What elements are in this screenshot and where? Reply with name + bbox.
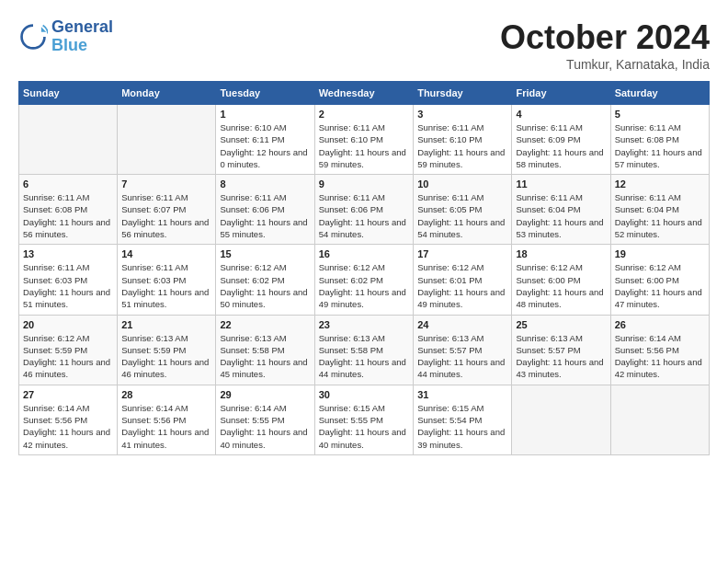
day-number: 11 — [516, 178, 606, 190]
calendar-cell: 21Sunrise: 6:13 AMSunset: 5:59 PMDayligh… — [118, 315, 216, 385]
day-number: 29 — [220, 389, 310, 400]
calendar-week-row: 20Sunrise: 6:12 AMSunset: 5:59 PMDayligh… — [19, 315, 710, 385]
calendar-cell: 10Sunrise: 6:11 AMSunset: 6:05 PMDayligh… — [414, 175, 512, 245]
calendar-cell: 12Sunrise: 6:11 AMSunset: 6:04 PMDayligh… — [610, 175, 709, 245]
header-sunday: Sunday — [19, 82, 118, 105]
calendar-cell: 2Sunrise: 6:11 AMSunset: 6:10 PMDaylight… — [314, 105, 413, 175]
title-block: October 2024 Tumkur, Karnataka, India — [500, 18, 710, 72]
day-info: Sunrise: 6:11 AMSunset: 6:05 PMDaylight:… — [417, 191, 507, 240]
calendar-cell: 17Sunrise: 6:12 AMSunset: 6:01 PMDayligh… — [414, 245, 512, 315]
day-number: 25 — [516, 319, 606, 330]
location-subtitle: Tumkur, Karnataka, India — [500, 57, 710, 72]
calendar-cell: 30Sunrise: 6:15 AMSunset: 5:55 PMDayligh… — [314, 385, 413, 454]
calendar-cell: 24Sunrise: 6:13 AMSunset: 5:57 PMDayligh… — [414, 315, 512, 385]
calendar-cell: 23Sunrise: 6:13 AMSunset: 5:58 PMDayligh… — [314, 315, 413, 385]
day-number: 15 — [220, 248, 310, 259]
calendar-cell: 19Sunrise: 6:12 AMSunset: 6:00 PMDayligh… — [610, 245, 709, 315]
day-info: Sunrise: 6:10 AMSunset: 6:11 PMDaylight:… — [220, 121, 310, 170]
day-number: 31 — [417, 389, 507, 400]
day-info: Sunrise: 6:11 AMSunset: 6:04 PMDaylight:… — [516, 191, 606, 240]
calendar-cell — [512, 385, 610, 454]
day-number: 4 — [516, 109, 606, 120]
day-info: Sunrise: 6:15 AMSunset: 5:54 PMDaylight:… — [417, 402, 507, 451]
day-number: 14 — [121, 248, 211, 259]
day-number: 28 — [121, 389, 211, 400]
calendar-cell: 9Sunrise: 6:11 AMSunset: 6:06 PMDaylight… — [314, 175, 413, 245]
header-friday: Friday — [512, 82, 610, 105]
calendar-table: Sunday Monday Tuesday Wednesday Thursday… — [18, 81, 710, 455]
day-number: 23 — [319, 319, 409, 330]
day-number: 3 — [417, 109, 507, 120]
day-info: Sunrise: 6:11 AMSunset: 6:03 PMDaylight:… — [23, 261, 113, 310]
calendar-cell: 5Sunrise: 6:11 AMSunset: 6:08 PMDaylight… — [610, 105, 709, 175]
calendar-cell: 27Sunrise: 6:14 AMSunset: 5:56 PMDayligh… — [19, 385, 118, 454]
day-info: Sunrise: 6:11 AMSunset: 6:10 PMDaylight:… — [319, 121, 409, 170]
day-number: 10 — [417, 178, 507, 190]
day-info: Sunrise: 6:14 AMSunset: 5:56 PMDaylight:… — [121, 402, 211, 451]
day-number: 26 — [615, 319, 705, 330]
day-number: 8 — [220, 178, 310, 190]
calendar-cell: 1Sunrise: 6:10 AMSunset: 6:11 PMDaylight… — [216, 105, 314, 175]
calendar-cell: 18Sunrise: 6:12 AMSunset: 6:00 PMDayligh… — [512, 245, 610, 315]
day-info: Sunrise: 6:11 AMSunset: 6:07 PMDaylight:… — [121, 191, 211, 240]
day-number: 1 — [220, 109, 310, 120]
calendar-cell: 15Sunrise: 6:12 AMSunset: 6:02 PMDayligh… — [216, 245, 314, 315]
day-info: Sunrise: 6:14 AMSunset: 5:55 PMDaylight:… — [220, 402, 310, 451]
day-info: Sunrise: 6:13 AMSunset: 5:59 PMDaylight:… — [121, 332, 211, 381]
calendar-week-row: 6Sunrise: 6:11 AMSunset: 6:08 PMDaylight… — [19, 175, 710, 245]
day-info: Sunrise: 6:13 AMSunset: 5:58 PMDaylight:… — [220, 332, 310, 381]
day-info: Sunrise: 6:12 AMSunset: 6:00 PMDaylight:… — [516, 261, 606, 310]
calendar-cell: 8Sunrise: 6:11 AMSunset: 6:06 PMDaylight… — [216, 175, 314, 245]
day-number: 24 — [417, 319, 507, 330]
logo: GeneralBlue — [18, 18, 113, 55]
day-info: Sunrise: 6:11 AMSunset: 6:06 PMDaylight:… — [319, 191, 409, 240]
day-info: Sunrise: 6:12 AMSunset: 6:01 PMDaylight:… — [417, 261, 507, 310]
calendar-week-row: 27Sunrise: 6:14 AMSunset: 5:56 PMDayligh… — [19, 385, 710, 454]
calendar-cell — [610, 385, 709, 454]
day-number: 13 — [23, 248, 113, 259]
day-info: Sunrise: 6:13 AMSunset: 5:58 PMDaylight:… — [319, 332, 409, 381]
calendar-cell: 20Sunrise: 6:12 AMSunset: 5:59 PMDayligh… — [19, 315, 118, 385]
day-info: Sunrise: 6:12 AMSunset: 5:59 PMDaylight:… — [23, 332, 113, 381]
day-number: 5 — [615, 109, 705, 120]
calendar-cell: 4Sunrise: 6:11 AMSunset: 6:09 PMDaylight… — [512, 105, 610, 175]
day-number: 27 — [23, 389, 113, 400]
day-info: Sunrise: 6:11 AMSunset: 6:08 PMDaylight:… — [23, 191, 113, 240]
day-info: Sunrise: 6:11 AMSunset: 6:09 PMDaylight:… — [516, 121, 606, 170]
calendar-cell: 13Sunrise: 6:11 AMSunset: 6:03 PMDayligh… — [19, 245, 118, 315]
header-tuesday: Tuesday — [216, 82, 314, 105]
day-number: 6 — [23, 178, 113, 190]
day-info: Sunrise: 6:15 AMSunset: 5:55 PMDaylight:… — [319, 402, 409, 451]
calendar-cell: 28Sunrise: 6:14 AMSunset: 5:56 PMDayligh… — [118, 385, 216, 454]
header-wednesday: Wednesday — [314, 82, 413, 105]
calendar-cell: 26Sunrise: 6:14 AMSunset: 5:56 PMDayligh… — [610, 315, 709, 385]
calendar-cell: 25Sunrise: 6:13 AMSunset: 5:57 PMDayligh… — [512, 315, 610, 385]
day-info: Sunrise: 6:12 AMSunset: 6:00 PMDaylight:… — [615, 261, 705, 310]
day-number: 7 — [121, 178, 211, 190]
calendar-cell: 31Sunrise: 6:15 AMSunset: 5:54 PMDayligh… — [414, 385, 512, 454]
day-info: Sunrise: 6:11 AMSunset: 6:08 PMDaylight:… — [615, 121, 705, 170]
calendar-cell: 22Sunrise: 6:13 AMSunset: 5:58 PMDayligh… — [216, 315, 314, 385]
calendar-week-row: 1Sunrise: 6:10 AMSunset: 6:11 PMDaylight… — [19, 105, 710, 175]
day-number: 12 — [615, 178, 705, 190]
day-number: 22 — [220, 319, 310, 330]
day-info: Sunrise: 6:11 AMSunset: 6:04 PMDaylight:… — [615, 191, 705, 240]
day-number: 16 — [319, 248, 409, 259]
day-info: Sunrise: 6:11 AMSunset: 6:10 PMDaylight:… — [417, 121, 507, 170]
day-number: 20 — [23, 319, 113, 330]
header-saturday: Saturday — [610, 82, 709, 105]
logo-icon — [18, 22, 48, 52]
calendar-cell: 16Sunrise: 6:12 AMSunset: 6:02 PMDayligh… — [314, 245, 413, 315]
day-info: Sunrise: 6:11 AMSunset: 6:06 PMDaylight:… — [220, 191, 310, 240]
day-number: 30 — [319, 389, 409, 400]
calendar-header-row: Sunday Monday Tuesday Wednesday Thursday… — [19, 82, 710, 105]
page-header: GeneralBlue October 2024 Tumkur, Karnata… — [18, 18, 710, 72]
day-info: Sunrise: 6:14 AMSunset: 5:56 PMDaylight:… — [23, 402, 113, 451]
day-info: Sunrise: 6:12 AMSunset: 6:02 PMDaylight:… — [220, 261, 310, 310]
calendar-cell: 6Sunrise: 6:11 AMSunset: 6:08 PMDaylight… — [19, 175, 118, 245]
day-number: 19 — [615, 248, 705, 259]
day-info: Sunrise: 6:14 AMSunset: 5:56 PMDaylight:… — [615, 332, 705, 381]
day-number: 17 — [417, 248, 507, 259]
day-number: 2 — [319, 109, 409, 120]
header-thursday: Thursday — [414, 82, 512, 105]
